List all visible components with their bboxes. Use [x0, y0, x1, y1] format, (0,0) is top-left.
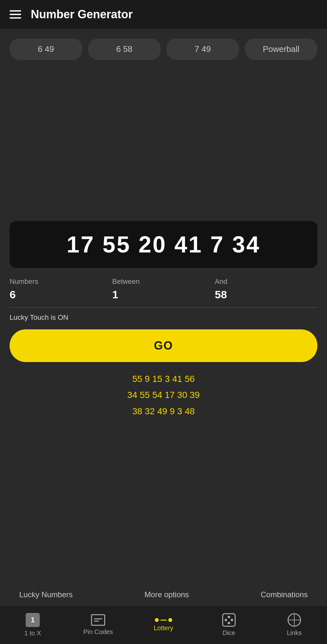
nav-item-links[interactable]: Links	[262, 606, 327, 644]
prev-line-2: 34 55 54 17 30 39	[10, 387, 317, 403]
menu-icon[interactable]	[10, 10, 21, 19]
lottery-icon	[155, 618, 172, 622]
controls-row: Numbers 6 Between 1 And 58	[10, 277, 317, 301]
nav-label-pincodes: Pin Codes	[83, 628, 113, 636]
nav-label-dice: Dice	[222, 629, 235, 637]
combinations-link[interactable]: Combinations	[261, 590, 308, 599]
preset-649[interactable]: 6 49	[10, 38, 82, 60]
page-title: Number Generator	[31, 8, 133, 21]
nav-item-lottery[interactable]: Lottery	[131, 606, 196, 644]
lucky-touch-status[interactable]: Lucky Touch is ON	[10, 313, 317, 322]
between-label: Between	[112, 277, 215, 286]
numbers-value[interactable]: 6	[10, 288, 112, 301]
preset-658[interactable]: 6 58	[88, 38, 161, 60]
main-content: 17 55 20 41 7 34 Numbers 6 Between 1 And…	[0, 221, 327, 426]
bottom-links: Lucky Numbers More options Combinations	[0, 581, 327, 606]
nav-item-1tox[interactable]: 1 1 to X	[0, 606, 65, 644]
between-control: Between 1	[112, 277, 215, 301]
pin-icon	[91, 614, 105, 626]
lucky-numbers-link[interactable]: Lucky Numbers	[19, 590, 73, 599]
preset-749[interactable]: 7 49	[166, 38, 239, 60]
previous-numbers: 55 9 15 3 41 56 34 55 54 17 30 39 38 32 …	[10, 371, 317, 419]
and-control: And 58	[215, 277, 317, 301]
globe-icon	[288, 613, 301, 627]
numbers-label: Numbers	[10, 277, 112, 286]
dice-icon	[222, 613, 236, 627]
between-value[interactable]: 1	[112, 288, 215, 301]
nav-label-1tox: 1 to X	[24, 630, 41, 637]
number-display: 17 55 20 41 7 34	[10, 221, 317, 268]
go-button[interactable]: GO	[10, 329, 317, 362]
prev-line-3: 38 32 49 9 3 48	[10, 403, 317, 419]
prev-line-1: 55 9 15 3 41 56	[10, 371, 317, 387]
nav-item-dice[interactable]: Dice	[196, 606, 262, 644]
divider	[10, 307, 317, 308]
preset-powerball[interactable]: Powerball	[245, 38, 318, 60]
header: Number Generator	[0, 0, 327, 29]
nav-item-pincodes[interactable]: Pin Codes	[65, 606, 131, 644]
more-options-link[interactable]: More options	[145, 590, 189, 599]
numbers-control: Numbers 6	[10, 277, 112, 301]
and-label: And	[215, 277, 317, 286]
nav-label-lottery: Lottery	[154, 624, 173, 632]
1tox-icon: 1	[26, 613, 40, 627]
bottom-nav: 1 1 to X Pin Codes Lottery	[0, 606, 327, 644]
presets-row: 6 49 6 58 7 49 Powerball	[0, 29, 327, 66]
nav-label-links: Links	[287, 629, 302, 637]
and-value[interactable]: 58	[215, 288, 317, 301]
